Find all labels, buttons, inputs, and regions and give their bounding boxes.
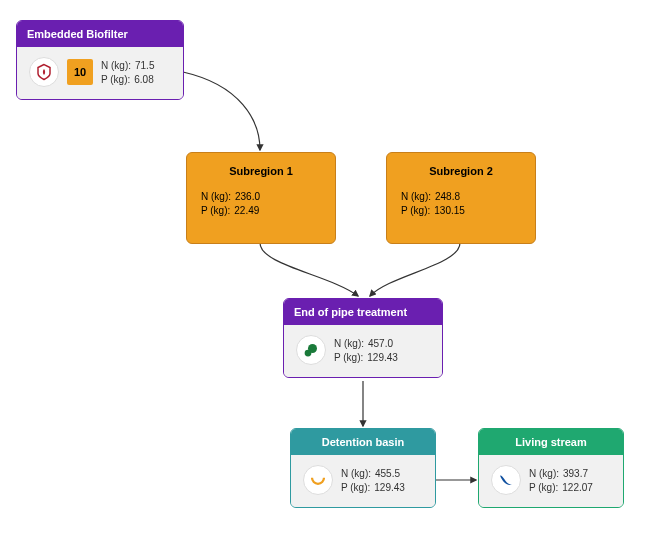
treatment-icon [296, 335, 326, 365]
n-value: 457.0 [368, 338, 393, 349]
metrics: N (kg):457.0 P (kg):129.43 [334, 338, 398, 363]
node-title: Living stream [479, 429, 623, 455]
node-embedded-biofilter[interactable]: Embedded Biofilter 10 N (kg):71.5 P (kg)… [16, 20, 184, 100]
p-value: 22.49 [234, 205, 259, 216]
n-value: 393.7 [563, 468, 588, 479]
node-body: 10 N (kg):71.5 P (kg):6.08 [17, 47, 183, 99]
p-value: 6.08 [134, 74, 153, 85]
n-label: N (kg): [341, 468, 371, 479]
n-label: N (kg): [201, 191, 231, 202]
node-title: Embedded Biofilter [17, 21, 183, 47]
n-label: N (kg): [101, 60, 131, 71]
metrics: N (kg):236.0 P (kg):22.49 [201, 191, 321, 216]
node-end-of-pipe[interactable]: End of pipe treatment N (kg):457.0 P (kg… [283, 298, 443, 378]
p-value: 129.43 [367, 352, 398, 363]
p-value: 129.43 [374, 482, 405, 493]
biofilter-badge: 10 [67, 59, 93, 85]
n-value: 455.5 [375, 468, 400, 479]
n-value: 248.8 [435, 191, 460, 202]
n-label: N (kg): [334, 338, 364, 349]
basin-icon [303, 465, 333, 495]
node-body: N (kg):455.5 P (kg):129.43 [291, 455, 435, 507]
p-value: 122.07 [562, 482, 593, 493]
node-title: Detention basin [291, 429, 435, 455]
node-title: Subregion 1 [201, 165, 321, 177]
node-detention-basin[interactable]: Detention basin N (kg):455.5 P (kg):129.… [290, 428, 436, 508]
p-label: P (kg): [529, 482, 558, 493]
p-label: P (kg): [401, 205, 430, 216]
p-label: P (kg): [101, 74, 130, 85]
node-title: End of pipe treatment [284, 299, 442, 325]
stream-icon [491, 465, 521, 495]
metrics: N (kg):393.7 P (kg):122.07 [529, 468, 593, 493]
metrics: N (kg):71.5 P (kg):6.08 [101, 60, 154, 85]
biofilter-icon [29, 57, 59, 87]
n-label: N (kg): [529, 468, 559, 479]
node-title: Subregion 2 [401, 165, 521, 177]
p-label: P (kg): [341, 482, 370, 493]
n-label: N (kg): [401, 191, 431, 202]
node-body: N (kg):457.0 P (kg):129.43 [284, 325, 442, 377]
metrics: N (kg):455.5 P (kg):129.43 [341, 468, 405, 493]
node-subregion-2[interactable]: Subregion 2 N (kg):248.8 P (kg):130.15 [386, 152, 536, 244]
n-value: 236.0 [235, 191, 260, 202]
svg-point-1 [305, 350, 312, 357]
p-label: P (kg): [334, 352, 363, 363]
n-value: 71.5 [135, 60, 154, 71]
p-value: 130.15 [434, 205, 465, 216]
node-subregion-1[interactable]: Subregion 1 N (kg):236.0 P (kg):22.49 [186, 152, 336, 244]
metrics: N (kg):248.8 P (kg):130.15 [401, 191, 521, 216]
node-living-stream[interactable]: Living stream N (kg):393.7 P (kg):122.07 [478, 428, 624, 508]
node-body: N (kg):393.7 P (kg):122.07 [479, 455, 623, 507]
p-label: P (kg): [201, 205, 230, 216]
